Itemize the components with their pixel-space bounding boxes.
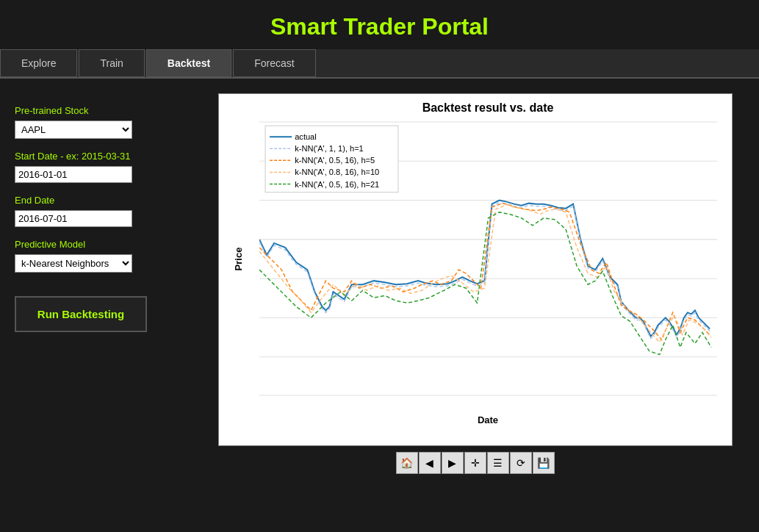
tab-forecast[interactable]: Forecast <box>233 49 315 77</box>
tab-train[interactable]: Train <box>79 49 144 77</box>
toolbar-forward-button[interactable]: ▶ <box>442 452 464 474</box>
run-backtesting-button[interactable]: Run Backtesting <box>15 296 147 332</box>
app-title: Smart Trader Portal <box>270 13 489 40</box>
chart-container: Backtest result vs. date Price Date <box>218 93 733 446</box>
chart-title: Backtest result vs. date <box>259 101 717 115</box>
x-axis-label: Date <box>478 414 498 425</box>
svg-text:k-NN('A', 0.5, 16), h=21: k-NN('A', 0.5, 16), h=21 <box>295 180 379 189</box>
stock-label: Pre-trained Stock <box>15 105 191 116</box>
chart-toolbar: 🏠 ◀ ▶ ✛ ☰ ⟳ 💾 <box>396 452 555 474</box>
toolbar-save-button[interactable]: 💾 <box>533 452 555 474</box>
stock-select[interactable]: AAPL GOOG MSFT AMZN <box>15 121 132 139</box>
model-select[interactable]: k-Nearest Neighbors Linear Regression SV… <box>15 254 132 273</box>
toolbar-back-button[interactable]: ◀ <box>419 452 441 474</box>
tab-explore[interactable]: Explore <box>0 49 77 77</box>
y-axis-label: Price <box>233 247 244 270</box>
tab-bar: Explore Train Backtest Forecast <box>0 49 759 79</box>
chart-inner: Price Date 120 <box>259 119 717 398</box>
svg-text:k-NN('A', 1, 1), h=1: k-NN('A', 1, 1), h=1 <box>295 144 364 153</box>
main-content: Pre-trained Stock AAPL GOOG MSFT AMZN St… <box>0 79 759 474</box>
app-header: Smart Trader Portal <box>0 0 759 49</box>
toolbar-home-button[interactable]: 🏠 <box>396 452 418 474</box>
toolbar-zoom-button[interactable]: ✛ <box>464 452 486 474</box>
svg-text:actual: actual <box>295 132 316 141</box>
start-date-label: Start Date - ex: 2015-03-31 <box>15 151 191 162</box>
start-date-input[interactable] <box>15 166 132 183</box>
svg-text:k-NN('A', 0.8, 16), h=10: k-NN('A', 0.8, 16), h=10 <box>295 168 379 176</box>
sidebar: Pre-trained Stock AAPL GOOG MSFT AMZN St… <box>15 93 191 474</box>
toolbar-refresh-button[interactable]: ⟳ <box>510 452 532 474</box>
toolbar-pan-button[interactable]: ☰ <box>487 452 509 474</box>
svg-text:k-NN('A', 0.5, 16), h=5: k-NN('A', 0.5, 16), h=5 <box>295 156 375 165</box>
end-date-label: End Date <box>15 195 191 206</box>
end-date-input[interactable] <box>15 210 132 227</box>
tab-backtest[interactable]: Backtest <box>146 49 231 77</box>
model-label: Predictive Model <box>15 239 191 250</box>
chart-svg: 120 115 110 105 100 95 90 85 Jan 2016 Fe… <box>259 119 717 398</box>
chart-area: Backtest result vs. date Price Date <box>191 93 759 474</box>
